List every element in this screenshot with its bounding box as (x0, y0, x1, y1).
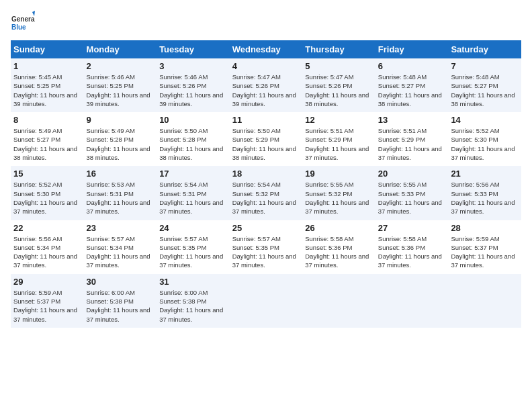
day-number: 2 (87, 61, 154, 71)
calendar-cell: 9 Sunrise: 5:49 AM Sunset: 5:28 PM Dayli… (84, 112, 157, 166)
day-info: Sunrise: 5:59 AM Sunset: 5:37 PM Dayligh… (451, 234, 519, 270)
day-number: 6 (378, 61, 446, 71)
calendar-cell: 23 Sunrise: 5:57 AM Sunset: 5:34 PM Dayl… (84, 220, 157, 274)
calendar-cell: 26 Sunrise: 5:58 AM Sunset: 5:36 PM Dayl… (302, 220, 375, 274)
week-row-0: 1 Sunrise: 5:45 AM Sunset: 5:25 PM Dayli… (11, 58, 521, 112)
calendar-cell: 27 Sunrise: 5:58 AM Sunset: 5:36 PM Dayl… (375, 220, 449, 274)
calendar-cell: 22 Sunrise: 5:56 AM Sunset: 5:34 PM Dayl… (11, 220, 84, 274)
calendar-cell: 25 Sunrise: 5:57 AM Sunset: 5:35 PM Dayl… (230, 220, 303, 274)
calendar-cell: 2 Sunrise: 5:46 AM Sunset: 5:25 PM Dayli… (84, 58, 157, 112)
header-row: SundayMondayTuesdayWednesdayThursdayFrid… (11, 40, 521, 58)
day-info: Sunrise: 5:45 AM Sunset: 5:25 PM Dayligh… (13, 73, 81, 108)
week-row-1: 8 Sunrise: 5:49 AM Sunset: 5:27 PM Dayli… (11, 112, 521, 166)
calendar-cell: 20 Sunrise: 5:55 AM Sunset: 5:33 PM Dayl… (375, 166, 449, 220)
day-number: 17 (159, 169, 227, 179)
day-number: 19 (305, 169, 373, 179)
calendar-cell: 29 Sunrise: 5:59 AM Sunset: 5:37 PM Dayl… (11, 274, 84, 328)
day-number: 24 (159, 223, 227, 233)
day-info: Sunrise: 5:52 AM Sunset: 5:30 PM Dayligh… (451, 126, 519, 162)
day-info: Sunrise: 5:56 AM Sunset: 5:34 PM Dayligh… (13, 234, 81, 270)
day-number: 7 (451, 61, 519, 71)
day-info: Sunrise: 5:55 AM Sunset: 5:32 PM Dayligh… (305, 180, 373, 216)
day-info: Sunrise: 5:58 AM Sunset: 5:36 PM Dayligh… (305, 234, 373, 270)
calendar-cell: 19 Sunrise: 5:55 AM Sunset: 5:32 PM Dayl… (302, 166, 375, 220)
day-number: 3 (159, 61, 227, 71)
day-number: 29 (13, 277, 81, 287)
day-info: Sunrise: 5:59 AM Sunset: 5:37 PM Dayligh… (13, 288, 81, 324)
day-info: Sunrise: 5:57 AM Sunset: 5:35 PM Dayligh… (232, 234, 300, 270)
calendar-cell (448, 274, 521, 328)
calendar-cell: 17 Sunrise: 5:54 AM Sunset: 5:31 PM Dayl… (157, 166, 230, 220)
calendar-cell (302, 274, 375, 328)
day-number: 23 (87, 223, 154, 233)
calendar-cell: 18 Sunrise: 5:54 AM Sunset: 5:32 PM Dayl… (230, 166, 303, 220)
calendar-cell: 11 Sunrise: 5:50 AM Sunset: 5:29 PM Dayl… (230, 112, 303, 166)
day-info: Sunrise: 5:55 AM Sunset: 5:33 PM Dayligh… (378, 180, 446, 216)
calendar-cell: 30 Sunrise: 6:00 AM Sunset: 5:38 PM Dayl… (84, 274, 157, 328)
day-number: 27 (378, 223, 446, 233)
calendar-cell: 8 Sunrise: 5:49 AM Sunset: 5:27 PM Dayli… (11, 112, 84, 166)
day-number: 4 (232, 61, 300, 71)
calendar-cell: 10 Sunrise: 5:50 AM Sunset: 5:28 PM Dayl… (157, 112, 230, 166)
day-info: Sunrise: 5:46 AM Sunset: 5:26 PM Dayligh… (159, 73, 227, 108)
calendar-cell: 14 Sunrise: 5:52 AM Sunset: 5:30 PM Dayl… (448, 112, 521, 166)
day-number: 26 (305, 223, 373, 233)
day-info: Sunrise: 5:57 AM Sunset: 5:35 PM Dayligh… (159, 234, 227, 270)
day-number: 25 (232, 223, 300, 233)
header-day-sunday: Sunday (11, 40, 84, 58)
day-info: Sunrise: 6:00 AM Sunset: 5:38 PM Dayligh… (159, 288, 227, 324)
header-day-friday: Friday (375, 40, 449, 58)
calendar-cell (230, 274, 303, 328)
calendar-cell: 13 Sunrise: 5:51 AM Sunset: 5:29 PM Dayl… (375, 112, 449, 166)
header-day-tuesday: Tuesday (157, 40, 230, 58)
day-number: 22 (13, 223, 81, 233)
day-info: Sunrise: 5:47 AM Sunset: 5:26 PM Dayligh… (232, 73, 300, 108)
svg-text:Blue: Blue (11, 24, 26, 31)
day-info: Sunrise: 5:49 AM Sunset: 5:27 PM Dayligh… (13, 126, 81, 162)
day-info: Sunrise: 5:51 AM Sunset: 5:29 PM Dayligh… (305, 126, 373, 162)
day-number: 8 (13, 115, 81, 125)
header-day-saturday: Saturday (448, 40, 521, 58)
page-header: General Blue (11, 11, 521, 35)
day-info: Sunrise: 5:51 AM Sunset: 5:29 PM Dayligh… (378, 126, 446, 162)
logo-icon: General Blue (11, 11, 35, 35)
calendar-cell (375, 274, 449, 328)
calendar-cell: 3 Sunrise: 5:46 AM Sunset: 5:26 PM Dayli… (157, 58, 230, 112)
day-number: 12 (305, 115, 373, 125)
calendar-cell: 1 Sunrise: 5:45 AM Sunset: 5:25 PM Dayli… (11, 58, 84, 112)
day-number: 18 (232, 169, 300, 179)
day-info: Sunrise: 5:52 AM Sunset: 5:30 PM Dayligh… (13, 180, 81, 216)
day-info: Sunrise: 5:48 AM Sunset: 5:27 PM Dayligh… (378, 73, 446, 108)
day-number: 31 (159, 277, 227, 287)
day-info: Sunrise: 6:00 AM Sunset: 5:38 PM Dayligh… (87, 288, 154, 324)
day-info: Sunrise: 5:47 AM Sunset: 5:26 PM Dayligh… (305, 73, 373, 108)
day-info: Sunrise: 5:57 AM Sunset: 5:34 PM Dayligh… (87, 234, 154, 270)
header-day-wednesday: Wednesday (230, 40, 303, 58)
day-number: 16 (87, 169, 154, 179)
calendar-cell: 16 Sunrise: 5:53 AM Sunset: 5:31 PM Dayl… (84, 166, 157, 220)
day-info: Sunrise: 5:56 AM Sunset: 5:33 PM Dayligh… (451, 180, 519, 216)
header-day-monday: Monday (84, 40, 157, 58)
day-info: Sunrise: 5:58 AM Sunset: 5:36 PM Dayligh… (378, 234, 446, 270)
day-number: 21 (451, 169, 519, 179)
day-number: 1 (13, 61, 81, 71)
day-info: Sunrise: 5:48 AM Sunset: 5:27 PM Dayligh… (451, 73, 519, 108)
day-number: 30 (87, 277, 154, 287)
day-info: Sunrise: 5:50 AM Sunset: 5:28 PM Dayligh… (159, 126, 227, 162)
day-number: 14 (451, 115, 519, 125)
day-number: 10 (159, 115, 227, 125)
calendar-cell: 28 Sunrise: 5:59 AM Sunset: 5:37 PM Dayl… (448, 220, 521, 274)
logo: General Blue (11, 11, 35, 35)
day-number: 5 (305, 61, 373, 71)
day-number: 15 (13, 169, 81, 179)
day-number: 13 (378, 115, 446, 125)
day-info: Sunrise: 5:49 AM Sunset: 5:28 PM Dayligh… (87, 126, 154, 162)
week-row-4: 29 Sunrise: 5:59 AM Sunset: 5:37 PM Dayl… (11, 274, 521, 328)
calendar-cell: 31 Sunrise: 6:00 AM Sunset: 5:38 PM Dayl… (157, 274, 230, 328)
week-row-3: 22 Sunrise: 5:56 AM Sunset: 5:34 PM Dayl… (11, 220, 521, 274)
calendar-table: SundayMondayTuesdayWednesdayThursdayFrid… (11, 40, 521, 328)
day-number: 11 (232, 115, 300, 125)
calendar-cell: 21 Sunrise: 5:56 AM Sunset: 5:33 PM Dayl… (448, 166, 521, 220)
calendar-cell: 15 Sunrise: 5:52 AM Sunset: 5:30 PM Dayl… (11, 166, 84, 220)
svg-text:General: General (11, 15, 35, 23)
